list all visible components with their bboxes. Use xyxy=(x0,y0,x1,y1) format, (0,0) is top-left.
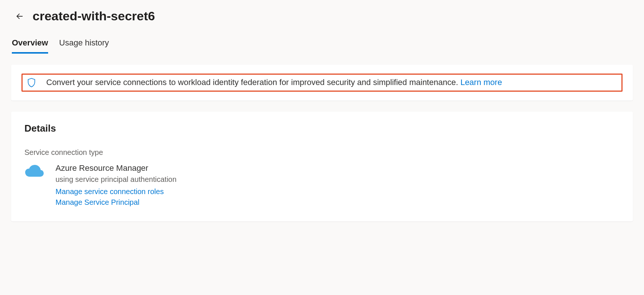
connection-row: Azure Resource Manager using service pri… xyxy=(24,163,620,207)
connection-type-label: Service connection type xyxy=(24,148,620,157)
page-title: created-with-secret6 xyxy=(33,9,155,23)
manage-service-principal-link[interactable]: Manage Service Principal xyxy=(56,198,177,207)
header: created-with-secret6 xyxy=(11,9,633,23)
connection-type-value: Azure Resource Manager xyxy=(56,163,177,173)
banner-text: Convert your service connections to work… xyxy=(46,77,502,88)
info-banner-highlight: Convert your service connections to work… xyxy=(21,74,623,92)
cloud-icon xyxy=(24,164,44,179)
page-root: created-with-secret6 Overview Usage hist… xyxy=(0,0,644,227)
manage-roles-link[interactable]: Manage service connection roles xyxy=(56,187,177,196)
banner-message: Convert your service connections to work… xyxy=(46,78,460,87)
tab-bar: Overview Usage history xyxy=(11,38,633,54)
details-heading: Details xyxy=(24,123,620,134)
details-card: Details Service connection type Azure Re… xyxy=(11,112,633,221)
back-arrow-icon[interactable] xyxy=(11,12,24,20)
connection-auth-method: using service principal authentication xyxy=(56,175,177,184)
shield-icon xyxy=(27,78,36,87)
banner-learn-more-link[interactable]: Learn more xyxy=(460,78,502,87)
info-banner-card: Convert your service connections to work… xyxy=(11,65,633,101)
tab-overview[interactable]: Overview xyxy=(12,38,48,54)
tab-usage-history[interactable]: Usage history xyxy=(59,38,109,54)
connection-info: Azure Resource Manager using service pri… xyxy=(56,163,177,207)
